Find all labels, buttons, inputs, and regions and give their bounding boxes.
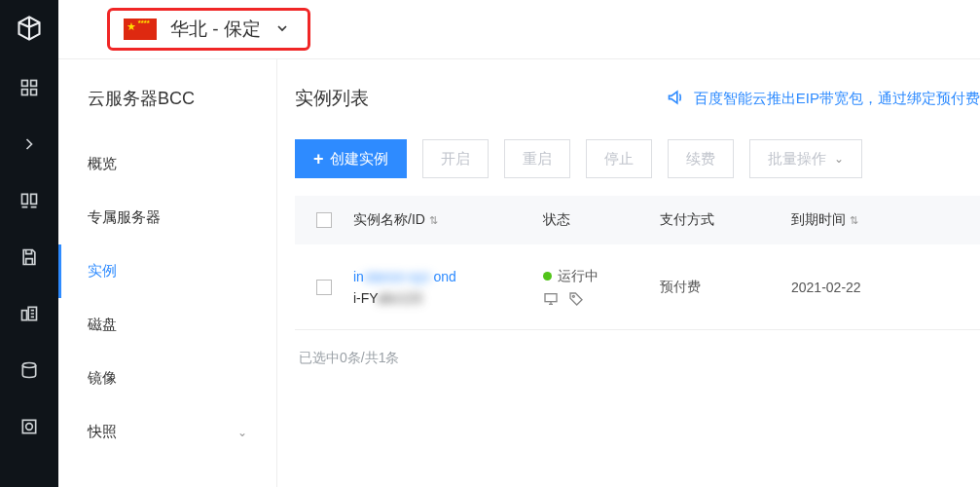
nav-item-overview[interactable]: 概览 <box>58 137 276 191</box>
monitor-icon[interactable] <box>543 291 559 307</box>
plus-icon: + <box>313 149 324 169</box>
top-bar: 华北 - 保定 <box>58 0 980 58</box>
chevron-right-icon[interactable] <box>18 132 41 156</box>
svg-point-12 <box>572 295 574 297</box>
database-icon[interactable] <box>18 358 41 382</box>
sort-icon: ⇅ <box>850 214 858 226</box>
svg-point-8 <box>22 363 35 368</box>
chevron-down-icon <box>274 20 290 39</box>
create-instance-button[interactable]: + 创建实例 <box>295 139 407 178</box>
nav-title: 云服务器BCC <box>58 79 276 137</box>
flag-cn-icon <box>124 19 157 40</box>
content-area: 实例列表 百度智能云推出EIP带宽包，通过绑定预付费 + 创建实例 开启 重启 … <box>277 59 980 487</box>
restart-button[interactable]: 重启 <box>504 139 570 178</box>
svg-rect-9 <box>22 420 35 432</box>
instance-id: i-FYabc123 <box>353 290 543 306</box>
svg-rect-4 <box>22 194 28 204</box>
chevron-down-icon: ⌄ <box>237 426 247 439</box>
page-title: 实例列表 <box>295 86 369 111</box>
buildings-icon[interactable] <box>18 302 41 325</box>
nav-item-dedicated[interactable]: 专属服务器 <box>58 191 276 244</box>
nav-item-snapshots[interactable]: 快照 ⌄ <box>58 405 276 459</box>
cell-payment: 预付费 <box>660 279 791 296</box>
svg-point-10 <box>26 424 33 431</box>
svg-rect-5 <box>31 194 37 204</box>
row-checkbox[interactable] <box>316 280 332 295</box>
start-button[interactable]: 开启 <box>422 139 489 178</box>
table-header: 实例名称/ID⇅ 状态 支付方式 到期时间⇅ <box>295 196 980 244</box>
col-status: 状态 <box>543 211 660 229</box>
nav-rail <box>0 0 58 487</box>
col-name[interactable]: 实例名称/ID⇅ <box>353 211 543 229</box>
servers-icon[interactable] <box>18 189 41 212</box>
action-bar: + 创建实例 开启 重启 停止 续费 批量操作 ⌄ <box>295 139 980 178</box>
table-row: instance-xyz-ond i-FYabc123 运行中 <box>295 244 980 330</box>
tag-icon[interactable] <box>568 291 584 307</box>
cell-name: instance-xyz-ond i-FYabc123 <box>353 269 543 306</box>
svg-rect-0 <box>22 81 28 87</box>
promo-banner[interactable]: 百度智能云推出EIP带宽包，通过绑定预付费 <box>667 88 980 110</box>
megaphone-icon <box>667 88 686 110</box>
selection-summary: 已选中0条/共1条 <box>295 330 980 367</box>
chevron-down-icon: ⌄ <box>834 152 844 166</box>
svg-rect-3 <box>31 90 37 95</box>
nav-item-images[interactable]: 镜像 <box>58 352 276 405</box>
sort-icon: ⇅ <box>429 214 438 226</box>
save-icon[interactable] <box>18 245 41 269</box>
svg-rect-2 <box>22 90 28 95</box>
instance-link[interactable]: instance-xyz-ond <box>353 269 543 284</box>
status-dot-icon <box>543 272 552 281</box>
brand-logo[interactable] <box>15 14 44 43</box>
cell-expire: 2021-02-22 <box>791 280 908 295</box>
cell-status: 运行中 <box>543 268 660 307</box>
batch-button[interactable]: 批量操作 ⌄ <box>749 139 862 178</box>
region-selector[interactable]: 华北 - 保定 <box>107 8 310 51</box>
col-pay: 支付方式 <box>660 211 791 229</box>
select-all-checkbox[interactable] <box>316 212 332 228</box>
object-icon[interactable] <box>18 415 41 438</box>
nav-item-instances[interactable]: 实例 <box>58 244 276 298</box>
instances-table: 实例名称/ID⇅ 状态 支付方式 到期时间⇅ instance-xyz-ond … <box>295 196 980 330</box>
svg-rect-1 <box>31 81 37 87</box>
svg-rect-11 <box>545 293 557 301</box>
renew-button[interactable]: 续费 <box>668 139 734 178</box>
col-expire[interactable]: 到期时间⇅ <box>791 211 908 229</box>
nav-item-disks[interactable]: 磁盘 <box>58 298 276 352</box>
svg-rect-6 <box>22 311 27 320</box>
region-label: 华北 - 保定 <box>170 17 261 42</box>
side-nav: 云服务器BCC 概览 专属服务器 实例 磁盘 镜像 快照 ⌄ <box>58 59 277 487</box>
promo-text: 百度智能云推出EIP带宽包，通过绑定预付费 <box>694 90 980 108</box>
stop-button[interactable]: 停止 <box>586 139 652 178</box>
grid-icon[interactable] <box>18 76 41 99</box>
